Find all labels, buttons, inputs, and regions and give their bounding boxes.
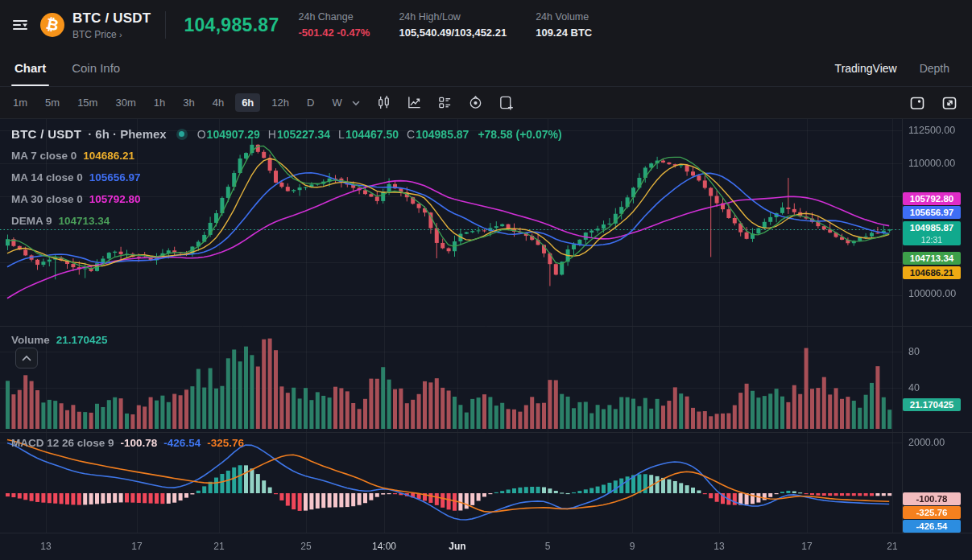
chevron-down-icon[interactable] <box>350 97 362 109</box>
stat-value: 105,540.49/103,452.21 <box>399 27 507 39</box>
indicator-row[interactable]: DEMA 9104713.34 <box>11 215 110 227</box>
ohlc-value: 104985.87 <box>416 128 469 141</box>
header-stats: 24h Change-501.42 -0.47%24h High/Low105,… <box>299 11 593 39</box>
tab-chart[interactable]: Chart <box>11 50 49 86</box>
x-axis-label: Jun <box>449 541 465 552</box>
x-axis-label: 21 <box>887 541 897 552</box>
timeframe-3h[interactable]: 3h <box>176 93 201 112</box>
ohlc-pair: C104985.87 <box>407 128 469 141</box>
price-label-chip: 105792.80 <box>903 192 961 205</box>
indicators-icon[interactable] <box>434 92 457 114</box>
y-axis-tick: 80 <box>908 346 920 357</box>
indicator-value: 104686.21 <box>83 150 134 162</box>
ohlc-pair: L104467.50 <box>338 128 399 141</box>
fullscreen-icon[interactable] <box>938 92 961 114</box>
ohlc-value: 104467.50 <box>345 128 399 141</box>
chip-value: -426.54 <box>903 520 961 533</box>
indicator-value: 105792.80 <box>89 193 141 205</box>
indicator-value: 105656.97 <box>89 171 141 183</box>
indicator-row[interactable]: MA 14 close 0105656.97 <box>11 171 141 183</box>
header-stat: 24h Volume109.24 BTC <box>536 11 592 39</box>
timeframe-W[interactable]: W <box>325 93 348 112</box>
y-axis-tick: 112500.00 <box>908 125 955 136</box>
live-status-icon <box>176 129 188 140</box>
ohlc-key: C <box>407 128 415 141</box>
price-label-chip: -325.76 <box>903 506 961 519</box>
timeframe-5m[interactable]: 5m <box>39 93 66 112</box>
timeframe-1m[interactable]: 1m <box>6 93 34 112</box>
price-label-chip: 104985.8712:31 <box>903 221 961 245</box>
tab-bar: Chart Coin Info TradingView Depth <box>0 50 972 87</box>
timeframe-30m[interactable]: 30m <box>109 93 142 112</box>
indicator-row[interactable]: MA 7 close 0104686.21 <box>11 150 134 162</box>
divider <box>165 11 166 39</box>
price-label-chip: 21.170425 <box>903 398 961 411</box>
chip-value: 105656.97 <box>903 206 961 219</box>
menu-icon[interactable] <box>10 14 31 35</box>
volume-value: 21.170425 <box>56 334 108 346</box>
header-stat: 24h High/Low105,540.49/103,452.21 <box>399 11 507 39</box>
target-icon[interactable] <box>465 92 487 114</box>
indicator-label: MA 7 close 0 <box>11 150 77 162</box>
collapse-legend-button[interactable] <box>15 348 38 369</box>
tab-tradingview[interactable]: TradingView <box>835 62 897 75</box>
indicator-value: 104713.34 <box>59 215 110 227</box>
btc-icon: ₿ <box>40 13 64 37</box>
macd-value: -100.78 <box>121 437 158 449</box>
ohlc-value: 104907.29 <box>207 128 260 141</box>
candles-icon[interactable] <box>373 92 395 114</box>
chart-legend: BTC / USDT · 6h · Phemex O104907.29H1052… <box>11 127 562 141</box>
volume-label: Volume <box>11 334 50 346</box>
macd-label: MACD 12 26 close 9 <box>11 437 114 449</box>
legend-symbol: BTC / USDT <box>11 127 81 141</box>
volume-legend: Volume21.170425 <box>11 334 108 346</box>
stat-value: -501.42 -0.47% <box>299 27 370 39</box>
chip-value: 104686.21 <box>903 266 961 279</box>
tab-depth[interactable]: Depth <box>920 62 949 75</box>
screenshot-icon[interactable] <box>906 92 929 114</box>
price-label-chip: -100.78 <box>903 492 961 505</box>
ohlc-values: O104907.29H105227.34L104467.50C104985.87… <box>197 128 562 141</box>
chip-countdown: 12:31 <box>903 234 961 246</box>
chip-value: 104985.87 <box>903 222 961 234</box>
legend-interval-venue: · 6h · Phemex <box>88 127 167 141</box>
ohlc-value: 105227.34 <box>277 128 330 141</box>
ohlc-key: O <box>197 128 206 141</box>
timeframe-12h[interactable]: 12h <box>265 93 296 112</box>
timeframe-1h[interactable]: 1h <box>147 93 172 112</box>
tab-coin-info[interactable]: Coin Info <box>68 50 123 86</box>
ohlc-key: L <box>338 128 345 141</box>
header-stat: 24h Change-501.42 -0.47% <box>299 11 370 39</box>
price-label-chip: 104686.21 <box>903 266 961 279</box>
indicator-row[interactable]: MA 30 close 0105792.80 <box>11 193 141 205</box>
x-axis-label: 13 <box>40 541 51 552</box>
save-chart-icon[interactable] <box>495 92 518 114</box>
timeframe-6h[interactable]: 6h <box>235 93 260 112</box>
macd-value: -426.54 <box>163 437 201 449</box>
symbol-subtitle[interactable]: BTC Price › <box>72 29 151 40</box>
change-value: +78.58 (+0.07%) <box>478 128 561 141</box>
last-price: 104,985.87 <box>184 14 279 36</box>
y-axis-tick: 110000.00 <box>908 158 955 169</box>
chevron-right-icon: › <box>119 30 122 39</box>
x-axis-label: 17 <box>131 541 142 552</box>
ohlc-key: H <box>268 128 276 141</box>
x-axis-label: 17 <box>801 541 812 552</box>
line-chart-icon[interactable] <box>403 92 426 114</box>
timeframe-15m[interactable]: 15m <box>71 93 104 112</box>
x-axis-label: 21 <box>213 541 224 552</box>
trading-app: ₿ BTC / USDT BTC Price › 104,985.87 24h … <box>0 0 972 560</box>
price-chart-canvas[interactable] <box>0 119 972 560</box>
y-axis-tick: 40 <box>908 382 920 393</box>
indicator-label: MA 14 close 0 <box>11 171 83 183</box>
chart-region[interactable]: BTC / USDT · 6h · Phemex O104907.29H1052… <box>0 119 972 560</box>
indicator-label: MA 30 close 0 <box>11 193 83 205</box>
x-axis-label: 9 <box>630 541 635 552</box>
timeframe-D[interactable]: D <box>300 93 321 112</box>
price-label-chip: 105656.97 <box>903 206 961 219</box>
ohlc-pair: H105227.34 <box>268 128 330 141</box>
y-axis-tick: 2000.00 <box>908 437 945 448</box>
timeframe-4h[interactable]: 4h <box>206 93 230 112</box>
x-axis-label: 13 <box>713 541 724 552</box>
chip-value: -325.76 <box>903 506 961 519</box>
